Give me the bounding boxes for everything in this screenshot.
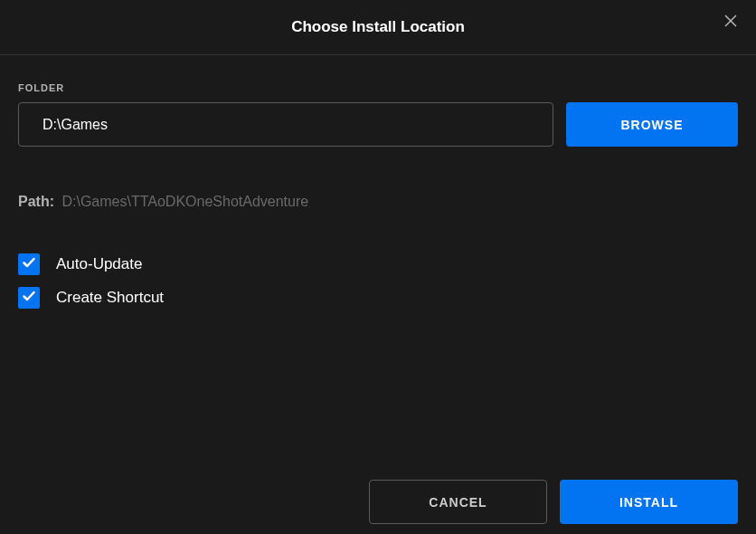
check-icon bbox=[22, 255, 36, 273]
path-value: D:\Games\TTAoDKOneShotAdventure bbox=[61, 194, 308, 209]
close-button[interactable] bbox=[722, 13, 740, 31]
path-row: Path: D:\Games\TTAoDKOneShotAdventure bbox=[18, 194, 738, 210]
folder-input[interactable] bbox=[18, 102, 553, 147]
auto-update-label: Auto-Update bbox=[56, 255, 142, 273]
dialog-footer: CANCEL INSTALL bbox=[0, 474, 756, 534]
create-shortcut-checkbox[interactable] bbox=[18, 287, 40, 309]
dialog-header: Choose Install Location bbox=[0, 0, 756, 55]
path-label: Path: bbox=[18, 194, 54, 209]
close-icon bbox=[723, 14, 738, 31]
browse-button[interactable]: BROWSE bbox=[566, 102, 738, 147]
folder-label: FOLDER bbox=[18, 82, 738, 93]
checkbox-row-auto-update: Auto-Update bbox=[18, 253, 738, 275]
checkbox-group: Auto-Update Create Shortcut bbox=[18, 253, 738, 309]
dialog-content: FOLDER BROWSE Path: D:\Games\TTAoDKOneSh… bbox=[0, 55, 756, 309]
check-icon bbox=[22, 289, 36, 307]
dialog-title: Choose Install Location bbox=[291, 18, 465, 36]
cancel-button[interactable]: CANCEL bbox=[369, 480, 547, 524]
folder-row: BROWSE bbox=[18, 102, 738, 147]
checkbox-row-create-shortcut: Create Shortcut bbox=[18, 287, 738, 309]
auto-update-checkbox[interactable] bbox=[18, 253, 40, 275]
create-shortcut-label: Create Shortcut bbox=[56, 289, 164, 307]
install-button[interactable]: INSTALL bbox=[560, 480, 738, 524]
